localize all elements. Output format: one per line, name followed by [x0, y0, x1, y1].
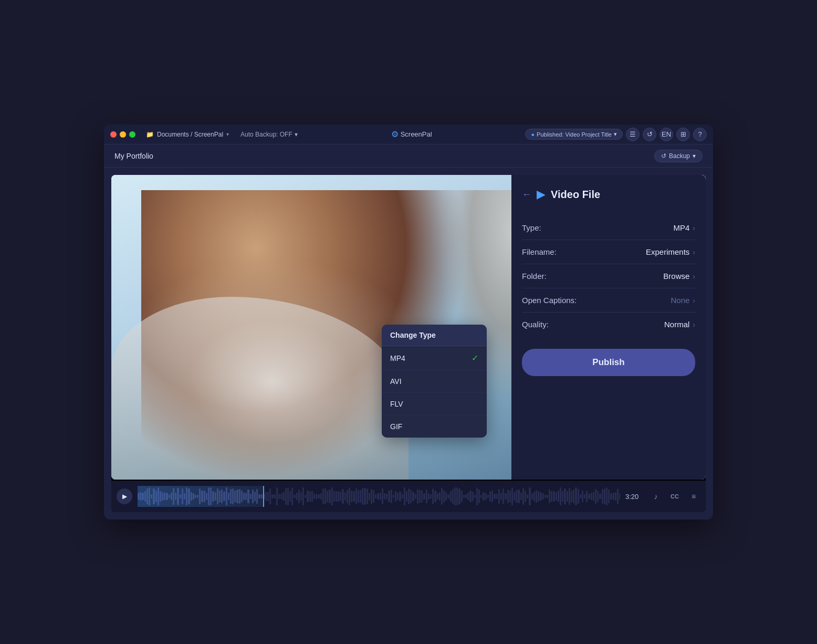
minimize-button[interactable] [120, 131, 126, 138]
app-title: ⚙ ScreenPal [304, 129, 519, 139]
open-captions-value-container: None › [671, 296, 695, 305]
panel-title: Video File [551, 189, 600, 201]
auto-backup-control[interactable]: Auto Backup: OFF ▾ [240, 131, 298, 138]
folder-label: Folder: [522, 272, 547, 281]
main-content: ← ▶ Video File Type: MP4 › Filename: [104, 168, 713, 520]
backup-dropdown-icon: ▾ [295, 131, 298, 138]
traffic-lights [110, 131, 135, 138]
type-option-mp4-label: MP4 [390, 354, 405, 362]
type-row[interactable]: Type: MP4 › [522, 216, 695, 240]
filename-chevron-icon: › [693, 248, 695, 256]
folder-row[interactable]: Folder: Browse › [522, 264, 695, 288]
quality-label: Quality: [522, 320, 549, 329]
title-bar: 📁 Documents / ScreenPal ▾ Auto Backup: O… [104, 124, 713, 144]
app-window: 📁 Documents / ScreenPal ▾ Auto Backup: O… [104, 124, 713, 520]
help-icon-btn[interactable]: ? [693, 128, 707, 141]
time-display: 3:20 [625, 493, 644, 501]
backup-chevron-icon: ▾ [693, 152, 696, 160]
backup-label: Auto Backup: OFF [240, 131, 292, 138]
type-option-gif-label: GIF [390, 422, 402, 431]
video-file-panel: ← ▶ Video File Type: MP4 › Filename: [511, 175, 706, 480]
play-button[interactable]: ▶ [117, 489, 132, 504]
published-dropdown[interactable]: ● Published: Video Project Title ▾ [525, 129, 623, 140]
type-option-mp4[interactable]: MP4 ✓ [382, 346, 487, 370]
filename-value: Experiments [646, 247, 689, 256]
filename-row[interactable]: Filename: Experiments › [522, 240, 695, 264]
type-check-icon: ✓ [472, 353, 478, 363]
file-path: 📁 Documents / ScreenPal ▾ [146, 131, 229, 138]
language-icon-btn[interactable]: EN [659, 128, 673, 141]
music-icon-btn[interactable]: ♪ [649, 490, 663, 503]
type-label: Type: [522, 223, 541, 232]
type-value-container: MP4 › [673, 223, 695, 232]
filename-label: Filename: [522, 247, 557, 256]
maximize-button[interactable] [129, 131, 135, 138]
published-text: Published: Video Project Title [537, 131, 612, 138]
captions-icon-btn[interactable]: CC [668, 490, 682, 503]
waveform-background [138, 486, 620, 507]
back-button[interactable]: ← [522, 189, 531, 200]
type-option-flv-label: FLV [390, 400, 403, 408]
backup-button[interactable]: ↺ Backup ▾ [654, 150, 703, 162]
sub-header: My Portfolio ↺ Backup ▾ [104, 144, 713, 168]
path-text: Documents / ScreenPal [157, 131, 223, 138]
quality-value-container: Normal › [664, 320, 695, 329]
type-option-avi[interactable]: AVI [382, 370, 487, 393]
timeline-bar: ▶ 1:08:00 3:20 ♪ CC ≡ [111, 481, 706, 512]
screenpal-logo-icon: ⚙ [391, 129, 399, 139]
video-frame: ← ▶ Video File Type: MP4 › Filename: [111, 175, 706, 480]
menu-icon-btn[interactable]: ☰ [626, 128, 640, 141]
quality-value: Normal [664, 320, 689, 329]
video-file-icon: ▶ [537, 188, 546, 201]
folder-value: Browse [663, 272, 689, 281]
quality-row[interactable]: Quality: Normal › [522, 313, 695, 336]
title-bar-actions: ● Published: Video Project Title ▾ ☰ ↺ E… [525, 128, 707, 141]
quality-chevron-icon: › [693, 320, 695, 329]
backup-button-label: Backup [669, 152, 690, 160]
open-captions-row[interactable]: Open Captions: None › [522, 288, 695, 313]
change-type-dropdown: Change Type MP4 ✓ AVI FLV GI [382, 325, 487, 438]
type-chevron-icon: › [693, 224, 695, 232]
open-captions-chevron-icon: › [693, 296, 695, 305]
history-icon-btn[interactable]: ↺ [643, 128, 656, 141]
type-option-avi-label: AVI [390, 377, 402, 386]
open-captions-value: None [671, 296, 689, 305]
filename-value-container: Experiments › [646, 247, 695, 256]
panel-header: ← ▶ Video File [522, 188, 695, 201]
open-captions-label: Open Captions: [522, 296, 577, 305]
video-container: ← ▶ Video File Type: MP4 › Filename: [111, 175, 706, 512]
published-dot-icon: ● [531, 131, 535, 138]
publish-button[interactable]: Publish [522, 349, 695, 376]
folder-chevron-icon: › [693, 272, 695, 281]
path-dropdown-icon[interactable]: ▾ [226, 131, 229, 137]
menu-timeline-icon-btn[interactable]: ≡ [687, 490, 700, 503]
close-button[interactable] [110, 131, 117, 138]
change-type-header: Change Type [382, 325, 487, 346]
portfolio-title: My Portfolio [114, 152, 153, 160]
backup-icon: ↺ [661, 152, 666, 160]
folder-value-container: Browse › [663, 272, 695, 281]
waveform-container[interactable]: 1:08:00 [138, 486, 620, 507]
layers-icon-btn[interactable]: ⊞ [676, 128, 690, 141]
change-type-list: MP4 ✓ AVI FLV GIF [382, 346, 487, 438]
app-name: ScreenPal [401, 130, 432, 138]
type-option-flv[interactable]: FLV [382, 393, 487, 416]
type-option-gif[interactable]: GIF [382, 416, 487, 438]
published-dropdown-icon: ▾ [614, 131, 617, 138]
folder-icon: 📁 [146, 131, 154, 138]
type-value: MP4 [673, 223, 689, 232]
